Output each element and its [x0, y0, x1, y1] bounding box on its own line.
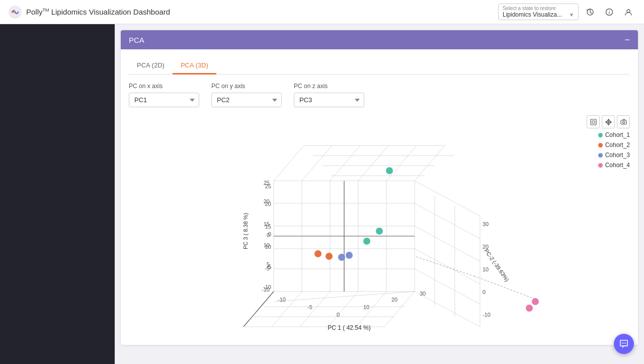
plot-toolbar	[587, 115, 630, 128]
chat-bubble[interactable]	[614, 334, 634, 354]
user-icon[interactable]	[621, 5, 636, 20]
svg-line-32	[384, 292, 415, 327]
state-selector-label: Select a state to restore	[503, 6, 574, 11]
legend-label-cohort1: Cohort_1	[605, 131, 630, 138]
y-axis-select[interactable]: PC1PC2PC3PC4	[211, 93, 282, 107]
svg-line-54	[415, 256, 475, 276]
legend-label-cohort4: Cohort_4	[605, 162, 630, 169]
svg-point-1	[12, 10, 15, 13]
x-axis-title: PC 1 ( 42.54 %)	[328, 324, 370, 331]
pca-card-title: PCA	[129, 36, 144, 44]
data-point-cohort1-3[interactable]	[363, 238, 370, 245]
z-axis-label: PC on z axis	[294, 83, 364, 90]
svg-line-18	[358, 145, 388, 181]
svg-text:30: 30	[482, 221, 489, 227]
pca-card: PCA − PCA (2D) PCA (3D) PC on x axis PC1…	[121, 30, 638, 345]
svg-text:15: 15	[264, 221, 270, 227]
svg-point-82	[622, 343, 623, 344]
svg-rect-7	[621, 120, 626, 124]
camera-button[interactable]	[617, 115, 630, 128]
content-area: PCA − PCA (2D) PCA (3D) PC on x axis PC1…	[115, 24, 644, 364]
svg-line-44	[415, 203, 480, 239]
svg-text:-5: -5	[307, 304, 312, 310]
plot-svg: -10 -5 0 10 20 30 30 20 10	[193, 120, 566, 332]
x-axis-select[interactable]: PC1PC2PC3PC4	[129, 93, 199, 107]
svg-text:10: 10	[363, 304, 369, 310]
state-selector-value: Lipidomics Visualiza... ▼	[503, 11, 574, 18]
svg-line-34	[272, 292, 302, 327]
svg-line-42	[415, 292, 480, 327]
legend-item-cohort1: Cohort_1	[598, 131, 630, 138]
tab-pca-2d[interactable]: PCA (2D)	[129, 57, 173, 75]
header-right: Select a state to restore Lipidomics Vis…	[498, 4, 636, 20]
plot-legend: Cohort_1 Cohort_2 Cohort_3 Cohort_4	[598, 131, 630, 169]
header-left: PollyTM Lipidomics Visualization Dashboa…	[8, 5, 170, 19]
z-axis-title: PC 3 ( 8.38 %)	[243, 213, 249, 249]
svg-point-8	[622, 121, 624, 123]
pca-card-header: PCA −	[121, 30, 638, 49]
svg-line-46	[415, 249, 480, 284]
svg-text:20: 20	[264, 198, 270, 204]
data-point-cohort4-1[interactable]	[532, 298, 539, 305]
pca-card-body: PCA (2D) PCA (3D) PC on x axis PC1PC2PC3…	[121, 49, 638, 345]
data-point-cohort2-2[interactable]	[326, 253, 333, 260]
svg-line-10	[274, 145, 304, 181]
app-header: PollyTM Lipidomics Visualization Dashboa…	[0, 0, 644, 24]
legend-label-cohort2: Cohort_2	[605, 141, 630, 149]
svg-text:25: 25	[264, 180, 270, 186]
zoom-button[interactable]	[587, 115, 600, 128]
axis-selectors: PC on x axis PC1PC2PC3PC4 PC on y axis P…	[129, 83, 630, 107]
legend-dot-cohort4	[598, 163, 603, 168]
legend-item-cohort4: Cohort_4	[598, 162, 630, 169]
pca-tabs: PCA (2D) PCA (3D)	[129, 57, 630, 75]
info-icon[interactable]: i	[602, 5, 617, 20]
data-point-cohort1-1[interactable]	[386, 167, 393, 174]
svg-text:-10: -10	[262, 286, 270, 293]
minimize-button[interactable]: −	[624, 35, 630, 44]
legend-dot-cohort1	[598, 133, 603, 137]
z-axis-select[interactable]: PC1PC2PC3PC4	[294, 93, 364, 107]
z-axis-group: PC on z axis PC1PC2PC3PC4	[294, 83, 364, 107]
tab-pca-3d[interactable]: PCA (3D)	[173, 57, 216, 75]
svg-line-17	[330, 145, 360, 181]
data-point-cohort3-2[interactable]	[346, 252, 353, 259]
svg-rect-6	[591, 119, 596, 125]
app-title: PollyTM Lipidomics Visualization Dashboa…	[26, 8, 170, 16]
data-point-cohort1-2[interactable]	[376, 228, 383, 235]
state-restore-selector[interactable]: Select a state to restore Lipidomics Vis…	[498, 4, 579, 20]
svg-text:-10: -10	[482, 312, 491, 318]
svg-text:-10: -10	[278, 297, 286, 303]
data-point-cohort2-1[interactable]	[314, 250, 321, 257]
svg-point-84	[625, 343, 626, 344]
svg-line-19	[386, 145, 417, 181]
history-icon[interactable]	[583, 5, 598, 20]
svg-line-41	[415, 181, 480, 216]
svg-line-45	[415, 226, 480, 261]
legend-dot-cohort3	[598, 153, 603, 158]
plot-container: Cohort_1 Cohort_2 Cohort_3 Cohort_4	[129, 115, 630, 337]
main-layout: PCA − PCA (2D) PCA (3D) PC on x axis PC1…	[0, 24, 644, 364]
svg-line-47	[415, 269, 480, 304]
y-axis-group: PC on y axis PC1PC2PC3PC4	[211, 83, 282, 107]
data-point-cohort4-2[interactable]	[526, 305, 533, 312]
svg-text:10: 10	[482, 266, 489, 272]
svg-line-37	[356, 292, 386, 327]
svg-line-35	[300, 292, 330, 327]
svg-text:0: 0	[267, 232, 270, 238]
y-axis-title: PC-2 (-39.63%)	[483, 248, 510, 282]
x-axis-group: PC on x axis PC1PC2PC3PC4	[129, 83, 199, 107]
y-axis-label: PC on y axis	[211, 83, 282, 90]
x-axis-label: PC on x axis	[129, 83, 199, 90]
pan-button[interactable]	[602, 115, 615, 128]
sidebar	[0, 24, 115, 364]
legend-dot-cohort2	[598, 143, 603, 148]
svg-text:0: 0	[482, 289, 486, 295]
data-point-cohort3-1[interactable]	[338, 254, 345, 261]
legend-item-cohort2: Cohort_2	[598, 141, 630, 149]
svg-point-83	[623, 343, 624, 344]
svg-text:20: 20	[391, 297, 397, 303]
svg-line-36	[328, 292, 358, 327]
svg-point-5	[627, 10, 630, 13]
3d-plot[interactable]: -10 -5 0 10 20 30 30 20 10	[193, 120, 566, 332]
svg-line-11	[415, 145, 445, 181]
